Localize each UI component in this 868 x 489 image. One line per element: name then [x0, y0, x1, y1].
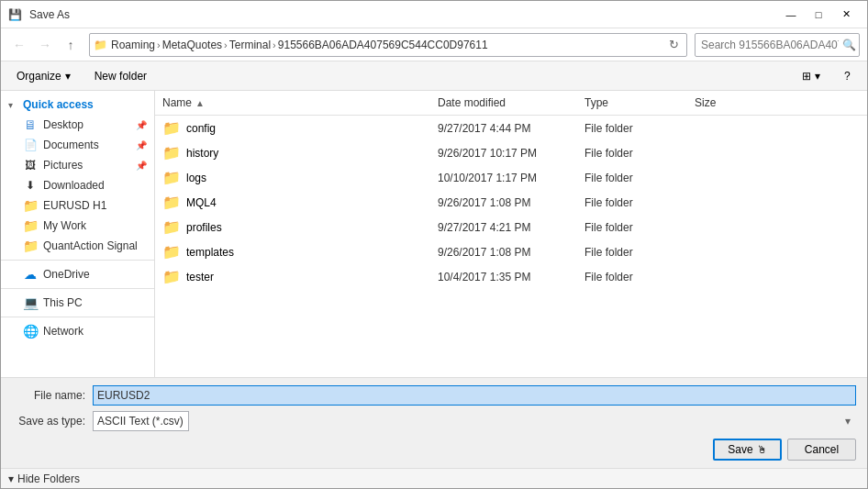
hide-folders-chevron: ▾ [8, 472, 14, 485]
file-size [687, 151, 761, 155]
desktop-label: Desktop [43, 118, 130, 131]
file-size [687, 226, 761, 229]
title-bar: 💾 Save As — □ ✕ [1, 1, 867, 28]
file-size [687, 127, 761, 130]
filetype-label: Save as type: [12, 415, 85, 428]
help-button[interactable]: ? [836, 66, 860, 86]
file-area: Name ▲ Date modified Type Size 📁 config [155, 91, 867, 377]
save-as-dialog: 💾 Save As — □ ✕ ← → ↑ 📁 Roaming › MetaQu… [0, 0, 868, 489]
sidebar-item-pictures[interactable]: 🖼 Pictures 📌 [1, 155, 154, 175]
filename-row: File name: [12, 385, 856, 406]
table-row[interactable]: 📁 tester 10/4/2017 1:35 PM File folder [155, 264, 867, 289]
file-type: File folder [577, 194, 687, 211]
file-list-header: Name ▲ Date modified Type Size [155, 91, 867, 116]
file-size [687, 201, 761, 205]
search-input[interactable] [701, 39, 839, 51]
window-title: Save As [29, 8, 70, 21]
address-folder-icon: 📁 [94, 39, 107, 51]
table-row[interactable]: 📁 templates 9/26/2017 1:08 PM File folde… [155, 239, 867, 264]
desktop-icon: 🖥 [23, 117, 38, 132]
folder-icon: 📁 [162, 268, 181, 285]
filetype-select[interactable]: ASCII Text (*.csv) [93, 411, 189, 431]
view-toggle-button[interactable]: ⊞ ▾ [794, 66, 829, 86]
col-sort-arrow: ▲ [195, 98, 205, 108]
sidebar-divider-2 [1, 288, 154, 289]
forward-button[interactable]: → [34, 34, 56, 56]
filetype-row: Save as type: ASCII Text (*.csv) [12, 411, 856, 431]
table-row[interactable]: 📁 logs 10/10/2017 1:17 PM File folder [155, 165, 867, 190]
col-header-name[interactable]: Name ▲ [155, 94, 430, 111]
sidebar-item-thispc[interactable]: 💻 This PC [1, 293, 154, 313]
eurusd-icon: 📁 [23, 198, 38, 213]
table-row[interactable]: 📁 MQL4 9/26/2017 1:08 PM File folder [155, 190, 867, 215]
col-header-date[interactable]: Date modified [430, 94, 577, 111]
sidebar-item-desktop[interactable]: 🖥 Desktop 📌 [1, 115, 154, 135]
table-row[interactable]: 📁 profiles 9/27/2017 4:21 PM File folder [155, 215, 867, 239]
refresh-button[interactable]: ↻ [664, 36, 683, 54]
documents-pin-icon: 📌 [136, 140, 147, 150]
search-box[interactable]: 🔍 [695, 33, 860, 57]
file-name: history [186, 147, 218, 160]
col-header-type[interactable]: Type [577, 94, 687, 111]
hide-folders-label: Hide Folders [17, 472, 80, 485]
filetype-select-wrapper: ASCII Text (*.csv) [93, 411, 856, 431]
documents-icon: 📄 [23, 138, 38, 152]
sidebar-item-quantaction[interactable]: 📁 QuantAction Signal [1, 236, 154, 256]
sidebar-item-documents[interactable]: 📄 Documents 📌 [1, 135, 154, 155]
pictures-label: Pictures [43, 159, 130, 172]
folder-icon: 📁 [162, 169, 181, 186]
back-button[interactable]: ← [8, 34, 30, 56]
breadcrumb-items: Roaming › MetaQuotes › Terminal › 915566… [111, 39, 661, 51]
file-size [687, 176, 761, 180]
file-date: 9/26/2017 10:17 PM [430, 145, 577, 161]
col-header-size[interactable]: Size [687, 94, 761, 111]
downloaded-label: Downloaded [43, 179, 147, 192]
breadcrumb-terminal[interactable]: Terminal [229, 39, 271, 51]
file-size [687, 250, 761, 254]
sidebar-divider-3 [1, 317, 154, 317]
close-button[interactable]: ✕ [832, 6, 860, 24]
quick-access-label: Quick access [23, 98, 94, 111]
sidebar-item-downloaded[interactable]: ⬇ Downloaded [1, 175, 154, 195]
eurusd-label: EURUSD H1 [43, 199, 147, 212]
mywork-label: My Work [43, 219, 147, 232]
help-icon: ? [844, 70, 851, 83]
sidebar-item-eurusd[interactable]: 📁 EURUSD H1 [1, 195, 154, 216]
sidebar-item-network[interactable]: 🌐 Network [1, 321, 154, 341]
breadcrumb-roaming[interactable]: Roaming [111, 39, 155, 51]
table-row[interactable]: 📁 history 9/26/2017 10:17 PM File folder [155, 140, 867, 165]
cancel-label: Cancel [805, 443, 839, 456]
breadcrumb-id[interactable]: 915566BA06ADA407569C544CC0D97611 [278, 39, 488, 51]
save-button[interactable]: Save 🖱 [713, 439, 782, 461]
quick-access-chevron: ▾ [8, 100, 19, 110]
minimize-button[interactable]: — [777, 6, 805, 24]
file-name: MQL4 [186, 196, 217, 209]
file-size [687, 275, 761, 279]
organize-button[interactable]: Organize ▾ [8, 66, 79, 86]
cancel-button[interactable]: Cancel [787, 439, 856, 461]
sidebar-item-onedrive[interactable]: ☁ OneDrive [1, 264, 154, 284]
file-type: File folder [577, 170, 687, 186]
filename-label: File name: [12, 389, 85, 402]
file-rows-container: 📁 config 9/27/2017 4:44 PM File folder 📁… [155, 116, 867, 289]
quantaction-icon: 📁 [23, 239, 38, 253]
quick-access-header[interactable]: ▾ Quick access [1, 94, 154, 115]
breadcrumb-metaquotes[interactable]: MetaQuotes [162, 39, 222, 51]
maximize-button[interactable]: □ [805, 6, 832, 24]
up-button[interactable]: ↑ [60, 34, 82, 56]
onedrive-label: OneDrive [43, 268, 147, 281]
new-folder-button[interactable]: New folder [86, 66, 155, 86]
address-bar[interactable]: 📁 Roaming › MetaQuotes › Terminal › 9155… [89, 33, 687, 57]
main-content: ▾ Quick access 🖥 Desktop 📌 📄 Documents 📌… [1, 91, 867, 377]
view-icon: ⊞ [802, 70, 811, 83]
table-row[interactable]: 📁 config 9/27/2017 4:44 PM File folder [155, 116, 867, 140]
filename-input[interactable] [93, 385, 856, 406]
quantaction-label: QuantAction Signal [43, 239, 147, 252]
hide-folders-toggle[interactable]: ▾ Hide Folders [8, 472, 80, 485]
file-name: profiles [186, 221, 222, 234]
file-type: File folder [577, 145, 687, 161]
title-bar-left: 💾 Save As [8, 8, 70, 21]
sidebar-divider-1 [1, 260, 154, 261]
file-date: 9/27/2017 4:21 PM [430, 219, 577, 236]
sidebar-item-mywork[interactable]: 📁 My Work [1, 216, 154, 236]
